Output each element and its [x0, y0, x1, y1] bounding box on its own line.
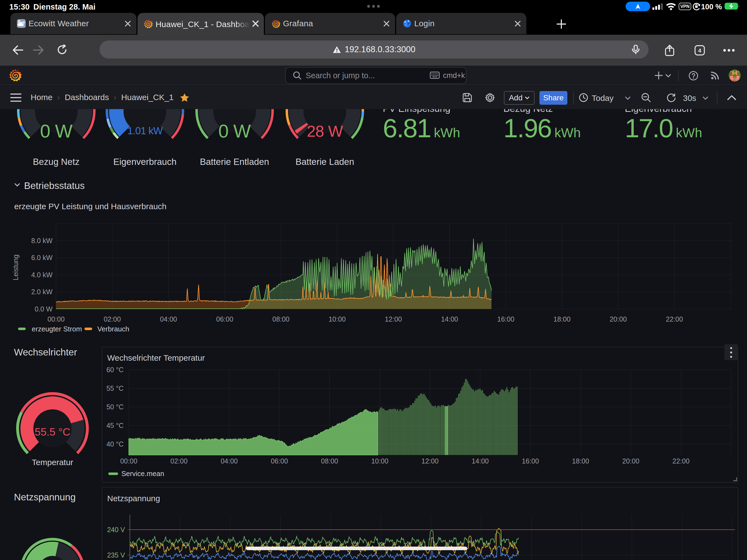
svg-text:08:00: 08:00 — [272, 315, 289, 323]
svg-text:16:00: 16:00 — [522, 457, 539, 465]
svg-text:235 V: 235 V — [107, 551, 125, 559]
svg-text:10:00: 10:00 — [371, 457, 389, 465]
svg-text:2.0 kW: 2.0 kW — [31, 288, 52, 296]
svg-text:40 °C: 40 °C — [106, 440, 124, 448]
svg-text:4: 4 — [698, 48, 701, 54]
svg-text:erzeugter Strom: erzeugter Strom — [32, 325, 82, 333]
svg-text:04:00: 04:00 — [221, 457, 238, 465]
svg-text:55 °C: 55 °C — [106, 384, 124, 392]
svg-text:02:00: 02:00 — [104, 315, 121, 323]
svg-text:Verbrauch: Verbrauch — [97, 325, 129, 333]
svg-text:0.0 W: 0.0 W — [35, 305, 53, 313]
svg-text:22:00: 22:00 — [672, 457, 690, 465]
svg-text:04:00: 04:00 — [160, 315, 177, 323]
svg-text:02:00: 02:00 — [170, 457, 187, 465]
svg-text:240 V: 240 V — [107, 526, 125, 533]
svg-text:6.0 kW: 6.0 kW — [31, 254, 52, 261]
svg-text:22:00: 22:00 — [666, 315, 683, 323]
svg-text:12:00: 12:00 — [421, 457, 439, 465]
svg-text:16:00: 16:00 — [497, 315, 515, 323]
svg-text:06:00: 06:00 — [271, 457, 288, 465]
svg-text:00:00: 00:00 — [120, 457, 137, 465]
svg-text:Service.mean: Service.mean — [121, 470, 164, 478]
svg-text:Leistung: Leistung — [12, 255, 19, 281]
svg-text:4.0 kW: 4.0 kW — [31, 271, 52, 279]
svg-text:8.0 kW: 8.0 kW — [31, 237, 52, 245]
svg-text:14:00: 14:00 — [441, 315, 458, 323]
svg-text:50 °C: 50 °C — [106, 403, 124, 411]
svg-text:14:00: 14:00 — [472, 457, 489, 465]
svg-text:08:00: 08:00 — [321, 457, 338, 465]
svg-text:20:00: 20:00 — [622, 457, 640, 465]
svg-text:00:00: 00:00 — [48, 315, 65, 323]
svg-text:18:00: 18:00 — [572, 457, 589, 465]
svg-text:20:00: 20:00 — [610, 315, 627, 323]
svg-text:60 °C: 60 °C — [106, 366, 124, 374]
svg-text:18:00: 18:00 — [553, 315, 571, 323]
svg-text:12:00: 12:00 — [385, 315, 402, 323]
svg-text:06:00: 06:00 — [216, 315, 233, 323]
svg-text:45 °C: 45 °C — [106, 422, 124, 429]
svg-text:10:00: 10:00 — [329, 315, 346, 323]
